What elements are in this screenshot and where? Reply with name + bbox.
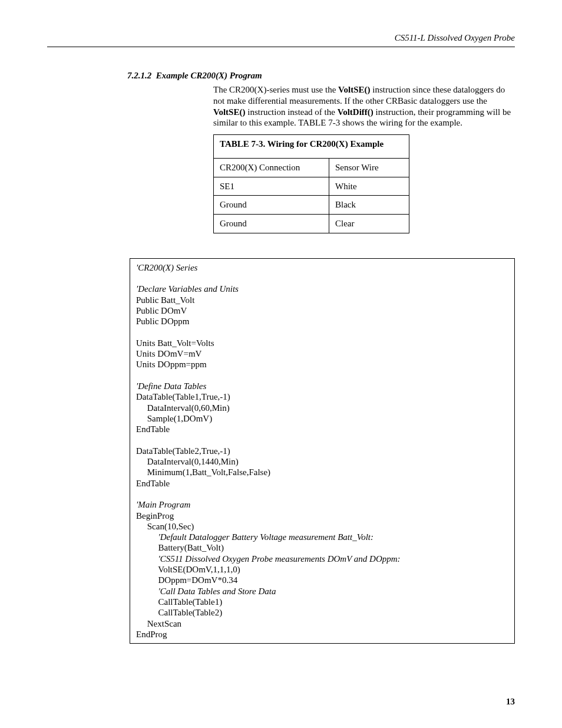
- intro-paragraph: The CR200(X)-series must use the VoltSE(…: [213, 84, 515, 129]
- code-line: Scan(10,Sec): [136, 522, 194, 531]
- code-line: Public DOppm: [136, 317, 189, 326]
- code-line: Public Batt_Volt: [136, 295, 194, 305]
- section-heading: 7.2.1.2 Example CR200(X) Program: [127, 71, 515, 81]
- p1-a: The CR200(X)-series must use the: [213, 85, 338, 94]
- code-line: EndTable: [136, 479, 170, 488]
- code-line: DataInterval(0,1440,Min): [136, 457, 239, 466]
- code-line: Minimum(1,Batt_Volt,False,False): [136, 467, 270, 477]
- page: CS511-L Dissolved Oxygen Probe 7.2.1.2 E…: [0, 0, 562, 728]
- header-rule: [47, 47, 515, 47]
- table-row: SE1 White: [214, 177, 409, 196]
- table-header-row: CR200(X) Connection Sensor Wire: [214, 158, 409, 177]
- code-line: 'CR200(X) Series: [136, 263, 197, 272]
- section-title: Example CR200(X) Program: [156, 71, 262, 80]
- code-line: Units DOmV=mV: [136, 349, 201, 358]
- body-block: The CR200(X)-series must use the VoltSE(…: [213, 84, 515, 233]
- cell: Ground: [214, 215, 329, 233]
- code-line: DataTable(Table1,True,-1): [136, 392, 230, 401]
- cell: White: [329, 177, 409, 196]
- code-line: 'Main Program: [136, 500, 190, 509]
- code-listing: 'CR200(X) Series 'Declare Variables and …: [130, 258, 515, 644]
- code-line: BeginProg: [136, 511, 174, 521]
- code-line: 'Define Data Tables: [136, 381, 206, 391]
- p1-f: VoltDiff(): [338, 107, 373, 117]
- cell: Ground: [214, 196, 329, 215]
- code-line: NextScan: [136, 619, 181, 628]
- code-line: VoltSE(DOmV,1,1,1,0): [136, 565, 240, 574]
- code-line: DataInterval(0,60,Min): [136, 403, 230, 413]
- table-row: Ground Clear: [214, 215, 409, 233]
- code-line: DataTable(Table2,True,-1): [136, 446, 230, 456]
- code-line: CallTable(Table2): [136, 608, 222, 617]
- wiring-table: TABLE 7-3. Wiring for CR200(X) Example C…: [213, 134, 409, 233]
- p1-b: VoltSE(): [338, 85, 370, 94]
- running-header: CS511-L Dissolved Oxygen Probe: [47, 33, 515, 43]
- code-line: Battery(Batt_Volt): [136, 543, 224, 552]
- code-line: DOppm=DOmV*0.34: [136, 575, 237, 585]
- code-line: Units Batt_Volt=Volts: [136, 338, 214, 348]
- col-header-1: CR200(X) Connection: [214, 158, 329, 177]
- code-line: Public DOmV: [136, 306, 187, 315]
- table-row: Ground Black: [214, 196, 409, 215]
- code-line: 'CS511 Dissolved Oxygen Probe measuremen…: [136, 554, 401, 564]
- page-number: 13: [506, 697, 515, 707]
- code-line: Sample(1,DOmV): [136, 414, 212, 423]
- cell: Clear: [329, 215, 409, 233]
- code-line: CallTable(Table1): [136, 597, 222, 607]
- code-line: Units DOppm=ppm: [136, 360, 207, 369]
- p1-e: instruction instead of the: [245, 107, 337, 117]
- code-line: EndProg: [136, 630, 167, 639]
- col-header-2: Sensor Wire: [329, 158, 409, 177]
- table-title: TABLE 7-3. Wiring for CR200(X) Example: [214, 135, 409, 159]
- code-line: 'Default Datalogger Battery Voltage meas…: [136, 532, 373, 542]
- p1-d: VoltSE(): [213, 107, 245, 117]
- code-line: EndTable: [136, 424, 170, 434]
- code-line: 'Call Data Tables and Store Data: [136, 587, 276, 596]
- section-number: 7.2.1.2: [127, 71, 151, 80]
- table-title-row: TABLE 7-3. Wiring for CR200(X) Example: [214, 135, 409, 159]
- cell: SE1: [214, 177, 329, 196]
- code-line: 'Declare Variables and Units: [136, 284, 239, 294]
- cell: Black: [329, 196, 409, 215]
